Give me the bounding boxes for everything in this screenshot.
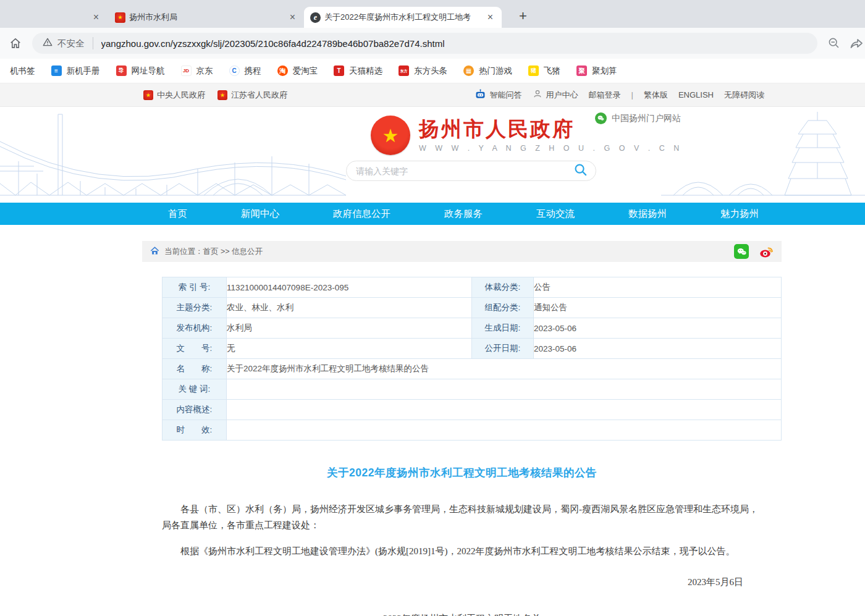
link-english[interactable]: ENGLISH [678, 90, 714, 99]
bookmark-label: 机书签 [10, 65, 35, 77]
nav-item-interaction[interactable]: 互动交流 [536, 208, 575, 221]
url-divider [93, 37, 93, 49]
bookmark-item[interactable]: 猪 飞猪 [520, 65, 568, 77]
share-icons [734, 244, 774, 259]
tab-active-announcement[interactable]: e 关于2022年度扬州市水利工程文明工地考 × [304, 7, 502, 28]
bookmark-label: 网址导航 [132, 65, 165, 77]
link-smart-qa[interactable]: 智能问答 [475, 89, 522, 101]
link-label: 用户中心 [546, 90, 578, 101]
info-label: 名 称: [162, 359, 227, 379]
bookmark-favicon: 淘 [277, 65, 288, 76]
info-value: 11321000014407098E-2023-095 [227, 277, 472, 298]
bookmark-item[interactable]: ≡ 新机手册 [43, 65, 108, 77]
new-tab-button[interactable]: + [515, 8, 531, 24]
url-text[interactable]: yangzhou.gov.cn/yzszxxgk/slj/202305/210c… [101, 38, 445, 49]
info-value: 农业、林业、水利 [227, 298, 472, 318]
portal-link[interactable]: 中国扬州门户网站 [595, 112, 681, 124]
url-bar[interactable]: 不安全 yangzhou.gov.cn/yzszxxgk/slj/202305/… [32, 33, 817, 54]
info-value: 通知公告 [534, 298, 782, 318]
info-label: 时 效: [162, 420, 227, 441]
close-tab-icon[interactable]: × [485, 11, 496, 23]
tab-leftmost-cut[interactable]: × [0, 7, 109, 28]
table-row: 关 键 词: [162, 379, 782, 400]
nav-item-news[interactable]: 新闻中心 [241, 208, 279, 221]
zoom-out-icon[interactable] [826, 35, 842, 51]
table-row: 主题分类: 农业、林业、水利 组配分类: 通知公告 [162, 298, 782, 318]
weibo-share-icon[interactable] [759, 244, 774, 259]
emblem-icon: ★ [143, 90, 153, 100]
info-label: 关 键 词: [162, 379, 227, 400]
info-label: 文 号: [162, 339, 227, 359]
bookmark-item[interactable]: 导 网址导航 [108, 65, 173, 77]
info-value: 无 [227, 339, 472, 359]
search-box[interactable] [346, 161, 596, 181]
info-value: 水利局 [227, 318, 472, 339]
breadcrumb-prefix: 当前位置： [164, 247, 203, 257]
nav-item-info-disclosure[interactable]: 政府信息公开 [333, 208, 390, 221]
bookmark-favicon: T [334, 65, 344, 76]
bookmark-favicon: 聚 [576, 65, 587, 76]
gov-links-right: 智能问答 用户中心 邮箱登录 | 繁体版 ENGLISH 无障碍阅读 [475, 89, 764, 101]
bookmark-item[interactable]: C 携程 [221, 65, 269, 77]
tab-shuiliju[interactable]: ★ 扬州市水利局 × [109, 7, 304, 28]
bookmark-favicon: 东方 [399, 65, 409, 76]
info-label: 索 引 号: [162, 277, 227, 298]
link-label: 邮箱登录 [589, 90, 621, 101]
breadcrumb: 当前位置： 首页 >> 信息公开 [142, 241, 782, 262]
bookmark-favicon: JD [181, 65, 192, 76]
link-traditional[interactable]: 繁体版 [644, 90, 668, 101]
bookmark-item[interactable]: 聚 聚划算 [568, 65, 625, 77]
breadcrumb-path[interactable]: 首页 >> 信息公开 [203, 247, 263, 257]
bookmark-item[interactable]: JD 京东 [173, 65, 221, 77]
separator: | [631, 90, 633, 99]
link-central-gov[interactable]: ★ 中央人民政府 [143, 90, 205, 101]
bookmark-favicon: C [229, 65, 240, 76]
toolbar-right [826, 35, 859, 51]
link-mail-login[interactable]: 邮箱登录 [589, 90, 621, 101]
article-title: 关于2022年度扬州市水利工程文明工地考核结果的公告 [162, 465, 762, 480]
bookmark-label: 京东 [196, 65, 213, 77]
article-list-title: 2022年度扬州市水利工程文明工地名单 [162, 613, 762, 616]
info-value [227, 400, 782, 420]
close-tab-icon[interactable]: × [91, 11, 101, 23]
table-row: 名 称: 关于2022年度扬州市水利工程文明工地考核结果的公告 [162, 359, 782, 379]
close-tab-icon[interactable]: × [287, 11, 298, 23]
nav-item-services[interactable]: 政务服务 [444, 208, 483, 221]
breadcrumb-home-icon[interactable] [150, 247, 159, 257]
table-row: 时 效: [162, 420, 782, 441]
home-icon[interactable] [7, 35, 23, 51]
table-row: 发布机构: 水利局 生成日期: 2023-05-06 [162, 318, 782, 339]
bookmark-favicon: ≡ [51, 65, 62, 76]
table-row: 文 号: 无 公开日期: 2023-05-06 [162, 339, 782, 359]
bookmark-item[interactable]: 淘 爱淘宝 [269, 65, 326, 77]
security-label[interactable]: 不安全 [57, 38, 85, 49]
info-value [227, 420, 782, 441]
portal-globe-icon [595, 112, 607, 124]
tab-title: 扬州市水利局 [129, 12, 284, 23]
bookmark-item[interactable]: ▦ 热门游戏 [455, 65, 520, 77]
person-icon [533, 89, 542, 101]
search-icon[interactable] [573, 162, 588, 179]
bookmark-favicon: 猪 [528, 65, 539, 76]
portal-label: 中国扬州门户网站 [612, 113, 681, 124]
bookmark-item[interactable]: 机书签 [2, 65, 43, 77]
link-label: 无障碍阅读 [724, 90, 764, 101]
search-input[interactable] [355, 166, 573, 177]
header-artwork-bridge [0, 109, 346, 202]
site-header: ★ 扬州市人民政府 W W W . Y A N G Z H O U . G O … [0, 107, 865, 203]
nav-item-home[interactable]: 首页 [168, 208, 187, 221]
wechat-share-icon[interactable] [734, 244, 749, 259]
nav-item-data[interactable]: 数据扬州 [628, 208, 667, 221]
bookmark-item[interactable]: 东方 东方头条 [390, 65, 455, 77]
link-label: 江苏省人民政府 [231, 90, 287, 101]
link-user-center[interactable]: 用户中心 [533, 89, 578, 101]
bookmarks-bar: 机书签 ≡ 新机手册 导 网址导航 JD 京东 C 携程 淘 爱淘宝 T 天猫精… [0, 59, 865, 83]
bookmark-label: 携程 [245, 65, 261, 77]
link-jiangsu-gov[interactable]: ★ 江苏省人民政府 [217, 90, 287, 101]
share-icon[interactable] [848, 35, 864, 51]
nav-item-charm[interactable]: 魅力扬州 [720, 208, 759, 221]
link-accessibility[interactable]: 无障碍阅读 [724, 90, 764, 101]
bookmark-item[interactable]: T 天猫精选 [326, 65, 390, 77]
info-value [227, 379, 782, 400]
national-emblem-icon: ★ [371, 116, 410, 155]
